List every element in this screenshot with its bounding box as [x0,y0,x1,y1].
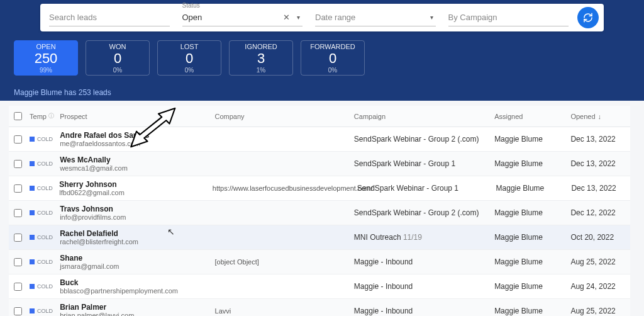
col-opened[interactable]: Opened ↓ [570,113,625,120]
table-row[interactable]: COLDTravs Johnsoninfo@providfilms.comSen… [9,201,630,225]
row-checkbox[interactable] [14,283,22,291]
table-row[interactable]: COLDSherry Johnsonlfbd0622@gmail.comhttp… [9,176,630,201]
campaign-field[interactable]: By Campaign [448,9,569,26]
campaign-cell: SendSpark Webinar - Group 2 (.com) [354,208,494,217]
opened-cell: Dec 13, 2022 [570,135,625,144]
assigned-cell: Maggie Blume [494,282,570,291]
opened-cell: Dec 13, 2022 [571,184,625,193]
leads-table: Temp ⓘ Prospect Company Campaign Assigne… [9,106,630,316]
temp-chip: COLD [30,185,53,191]
refresh-button[interactable] [577,7,599,28]
campaign-cell: Maggie - Inbound [354,257,494,266]
stat-card-lost[interactable]: LOST00% [157,40,221,76]
stat-percent: 1% [257,67,265,74]
temp-chip: COLD [30,234,53,240]
stat-value: 3 [257,52,265,65]
prospect-name: Rachel Delafield [60,229,214,238]
table-row[interactable]: COLDBuckbblasco@partnershipemployment.co… [9,274,630,299]
assigned-cell: Maggie Blume [496,184,572,193]
col-company[interactable]: Company [215,113,354,120]
status-field[interactable]: Status Open ▾ ✕ [182,9,303,26]
row-checkbox[interactable] [14,184,22,193]
prospect-name: Wes McAnally [60,155,214,164]
row-checkbox[interactable] [14,160,22,168]
row-checkbox[interactable] [14,209,22,217]
temp-chip: COLD [30,161,53,167]
assigned-cell: Maggie Blume [494,135,570,144]
col-campaign[interactable]: Campaign [354,113,494,120]
campaign-placeholder: By Campaign [448,13,569,22]
assigned-cell: Maggie Blume [494,208,570,217]
stat-percent: 0% [113,67,122,74]
search-field[interactable] [49,9,170,26]
campaign-cell: SendSpark Webinar - Group 1 [357,184,496,193]
prospect-name: Travs Johnson [60,205,214,213]
table-row[interactable]: COLDBrian Palmerbrian.palmer@lavvi.comLa… [9,299,630,316]
prospect-email: info@providfilms.com [60,213,214,221]
campaign-cell: SendSpark Webinar - Group 2 (.com) [354,135,494,144]
assigned-cell: Maggie Blume [494,159,570,168]
prospect-name: Andre Rafael dos Santos [60,131,214,140]
opened-cell: Aug 24, 2022 [570,282,625,291]
date-range-placeholder: Date range [315,13,436,22]
prospect-name: Sherry Johnson [59,180,213,189]
refresh-icon [583,13,593,23]
info-icon[interactable]: ⓘ [48,112,54,120]
row-checkbox[interactable] [14,258,22,266]
row-checkbox[interactable] [14,135,22,144]
opened-cell: Aug 25, 2022 [570,257,625,266]
row-checkbox[interactable] [14,234,22,242]
campaign-cell: SendSpark Webinar - Group 1 [354,159,494,168]
table-row[interactable]: COLDShanejsmara@gmail.com[object Object]… [9,250,630,274]
stat-card-forwarded[interactable]: FORWARDED00% [301,40,365,76]
filter-bar: Status Open ▾ ✕ Date range ▾ By Campaign [40,4,604,31]
opened-cell: Dec 13, 2022 [570,159,625,168]
assigned-cell: Maggie Blume [494,257,570,266]
assigned-cell: Maggie Blume [494,233,570,242]
table-row[interactable]: COLDAndre Rafael dos Santosme@rafaeldoss… [9,127,630,152]
col-assigned[interactable]: Assigned [494,113,570,120]
stat-card-open[interactable]: OPEN25099% [14,40,78,76]
stat-percent: 99% [40,67,52,74]
opened-cell: Dec 12, 2022 [570,208,625,217]
row-checkbox[interactable] [14,307,22,315]
prospect-email: me@rafaeldossantos.com [60,140,214,147]
stat-card-ignored[interactable]: IGNORED31% [229,40,293,76]
prospect-email: bblasco@partnershipemployment.com [60,287,214,295]
prospect-email: wesmca1@gmail.com [60,164,214,172]
stat-label: OPEN [36,43,55,50]
clear-status-icon[interactable]: ✕ [283,13,290,22]
sort-desc-icon: ↓ [598,113,602,120]
temp-chip: COLD [30,259,53,265]
stat-value: 0 [114,52,121,65]
prospect-name: Buck [60,278,214,287]
campaign-cell: MNI Outreach 11/19 [354,233,494,242]
stat-percent: 0% [185,67,194,74]
col-temp[interactable]: Temp [30,113,47,120]
stat-value: 250 [35,52,58,65]
campaign-cell: Maggie - Inbound [354,307,494,315]
search-input[interactable] [49,13,170,22]
prospect-email: jsmara@gmail.com [60,262,214,270]
table-row[interactable]: COLDRachel Delafieldrachel@blisterfreigh… [9,225,630,250]
table-row[interactable]: COLDWes McAnallywesmca1@gmail.comSendSpa… [9,152,630,176]
date-range-field[interactable]: Date range ▾ [315,9,436,26]
stat-value: 0 [329,52,336,65]
prospect-name: Brian Palmer [60,303,214,312]
company-cell: Lavvi [215,307,354,315]
prospect-email: lfbd0622@gmail.com [59,189,213,196]
assigned-cell: Maggie Blume [494,307,570,315]
stat-label: LOST [180,43,199,50]
stat-label: FORWARDED [310,43,355,50]
col-prospect[interactable]: Prospect [60,113,214,120]
campaign-cell: Maggie - Inbound [354,282,494,291]
table-header: Temp ⓘ Prospect Company Campaign Assigne… [9,106,630,127]
stat-card-won[interactable]: WON00% [86,40,150,76]
status-label: Status [182,2,200,9]
temp-chip: COLD [30,308,53,314]
prospect-email: rachel@blisterfreight.com [60,238,214,245]
stat-label: IGNORED [245,43,277,50]
stats-row: OPEN25099%WON00%LOST00%IGNORED31%FORWARD… [14,40,365,76]
company-cell: [object Object] [215,258,354,266]
select-all-checkbox[interactable] [14,112,22,120]
